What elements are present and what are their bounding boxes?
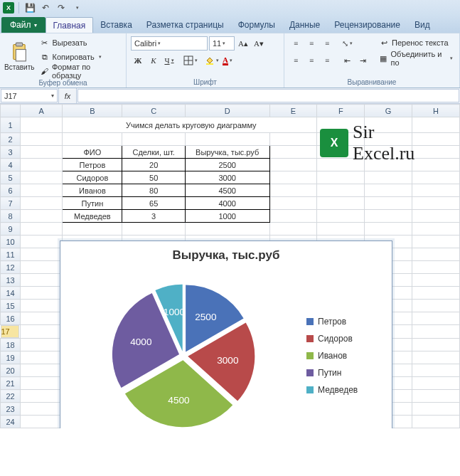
col-header[interactable]: H bbox=[412, 105, 460, 117]
font-size-select[interactable]: 11 bbox=[209, 36, 235, 51]
cell[interactable]: ФИО bbox=[63, 146, 122, 159]
cell[interactable] bbox=[412, 287, 460, 300]
cell[interactable] bbox=[122, 223, 185, 236]
row-header[interactable]: 2 bbox=[1, 133, 21, 146]
legend-item[interactable]: Путин bbox=[306, 368, 392, 378]
file-tab[interactable]: Файл bbox=[1, 17, 46, 33]
wrap-text-button[interactable]: ↩ Перенос текста bbox=[377, 36, 455, 49]
orientation-icon[interactable]: ⤡ bbox=[340, 36, 354, 51]
cell[interactable] bbox=[412, 236, 460, 248]
qat-customize-icon[interactable] bbox=[70, 1, 83, 14]
cell[interactable] bbox=[412, 197, 460, 210]
cell[interactable] bbox=[412, 325, 460, 339]
cell[interactable] bbox=[412, 133, 460, 146]
row-header[interactable]: 3 bbox=[1, 146, 21, 159]
cell[interactable] bbox=[21, 248, 63, 261]
cell[interactable] bbox=[412, 339, 460, 351]
align-top-icon[interactable]: ≡ bbox=[289, 36, 303, 51]
cell[interactable] bbox=[269, 159, 317, 171]
row-header[interactable]: 10 bbox=[1, 236, 21, 248]
col-header[interactable]: D bbox=[185, 105, 269, 117]
cell[interactable]: 1000 bbox=[185, 210, 269, 223]
cell[interactable]: 2500 bbox=[185, 159, 269, 171]
decrease-font-icon[interactable]: A▾ bbox=[252, 36, 266, 51]
cell[interactable]: 80 bbox=[122, 184, 185, 197]
align-middle-icon[interactable]: ≡ bbox=[304, 36, 319, 51]
cell[interactable] bbox=[412, 117, 460, 133]
cell[interactable] bbox=[21, 351, 63, 364]
cell[interactable]: 4500 bbox=[185, 184, 269, 197]
cell[interactable] bbox=[317, 171, 365, 184]
row-header[interactable]: 16 bbox=[1, 312, 21, 325]
row-header[interactable]: 6 bbox=[1, 184, 21, 197]
cell[interactable] bbox=[317, 133, 365, 146]
cell[interactable] bbox=[21, 184, 63, 197]
fill-color-button[interactable] bbox=[205, 53, 219, 68]
cell[interactable] bbox=[269, 197, 317, 210]
worksheet-grid[interactable]: A B C D E F G H 1Учимся делать круговую … bbox=[0, 104, 460, 428]
formula-input[interactable] bbox=[77, 89, 459, 102]
row-header[interactable]: 4 bbox=[1, 159, 21, 171]
cell[interactable] bbox=[365, 146, 412, 159]
row-header[interactable]: 12 bbox=[1, 261, 21, 274]
cell[interactable] bbox=[185, 133, 269, 146]
cell[interactable] bbox=[21, 117, 63, 133]
cell[interactable] bbox=[412, 351, 460, 364]
cell[interactable] bbox=[185, 223, 269, 236]
row-header[interactable]: 11 bbox=[1, 248, 21, 261]
increase-indent-icon[interactable]: ⇥ bbox=[355, 53, 370, 68]
cut-button[interactable]: ✂ Вырезать bbox=[38, 36, 122, 49]
cell[interactable] bbox=[412, 184, 460, 197]
embedded-chart[interactable]: Выручка, тыс.руб 25003000450040001000 Пе… bbox=[60, 240, 392, 428]
format-painter-button[interactable]: 🖌 Формат по образцу bbox=[38, 65, 122, 78]
increase-font-icon[interactable]: A▴ bbox=[236, 36, 250, 51]
row-header[interactable]: 23 bbox=[1, 403, 21, 416]
save-icon[interactable]: 💾 bbox=[23, 1, 36, 14]
cell[interactable] bbox=[21, 159, 63, 171]
cell[interactable] bbox=[21, 133, 63, 146]
cell[interactable]: 4000 bbox=[185, 197, 269, 210]
italic-button[interactable]: К bbox=[146, 53, 161, 68]
cell[interactable] bbox=[317, 146, 365, 159]
cell[interactable] bbox=[317, 210, 365, 223]
cell[interactable] bbox=[412, 159, 460, 171]
name-box[interactable]: J17 bbox=[1, 89, 58, 102]
cell[interactable] bbox=[21, 236, 63, 248]
cell[interactable] bbox=[21, 300, 63, 312]
tab-page-layout[interactable]: Разметка страницы bbox=[139, 17, 231, 33]
row-header[interactable]: 7 bbox=[1, 197, 21, 210]
cell[interactable]: Сделки, шт. bbox=[122, 146, 185, 159]
cell[interactable]: Иванов bbox=[63, 184, 122, 197]
cell[interactable]: 3 bbox=[122, 210, 185, 223]
row-header[interactable]: 14 bbox=[1, 287, 21, 300]
align-center-icon[interactable]: ≡ bbox=[304, 53, 319, 68]
row-header[interactable]: 13 bbox=[1, 274, 21, 287]
col-header[interactable]: F bbox=[317, 105, 365, 117]
pie-plot-area[interactable]: 25003000450040001000 bbox=[60, 265, 306, 428]
cell[interactable]: Медведев bbox=[63, 210, 122, 223]
cell[interactable] bbox=[365, 197, 412, 210]
legend-item[interactable]: Петров bbox=[306, 317, 392, 327]
col-header[interactable]: E bbox=[269, 105, 317, 117]
cell[interactable] bbox=[21, 274, 63, 287]
row-header[interactable]: 19 bbox=[1, 351, 21, 364]
cell[interactable] bbox=[21, 261, 63, 274]
cell[interactable] bbox=[412, 312, 460, 325]
cell[interactable] bbox=[317, 197, 365, 210]
tab-data[interactable]: Данные bbox=[282, 17, 327, 33]
cell[interactable] bbox=[21, 146, 63, 159]
cell[interactable] bbox=[412, 377, 460, 390]
cell[interactable] bbox=[412, 403, 460, 416]
cell[interactable]: Выручка, тыс.руб bbox=[185, 146, 269, 159]
cell[interactable] bbox=[365, 171, 412, 184]
cell[interactable]: 3000 bbox=[185, 171, 269, 184]
cell[interactable]: Учимся делать круговую диаграмму bbox=[63, 117, 317, 133]
redo-icon[interactable]: ↷ bbox=[55, 1, 68, 14]
row-header[interactable]: 1 bbox=[1, 117, 21, 133]
cell[interactable] bbox=[412, 171, 460, 184]
cell[interactable] bbox=[269, 133, 317, 146]
cell[interactable] bbox=[365, 223, 412, 236]
cell[interactable] bbox=[269, 184, 317, 197]
col-header[interactable]: G bbox=[365, 105, 412, 117]
cell[interactable] bbox=[412, 416, 460, 428]
